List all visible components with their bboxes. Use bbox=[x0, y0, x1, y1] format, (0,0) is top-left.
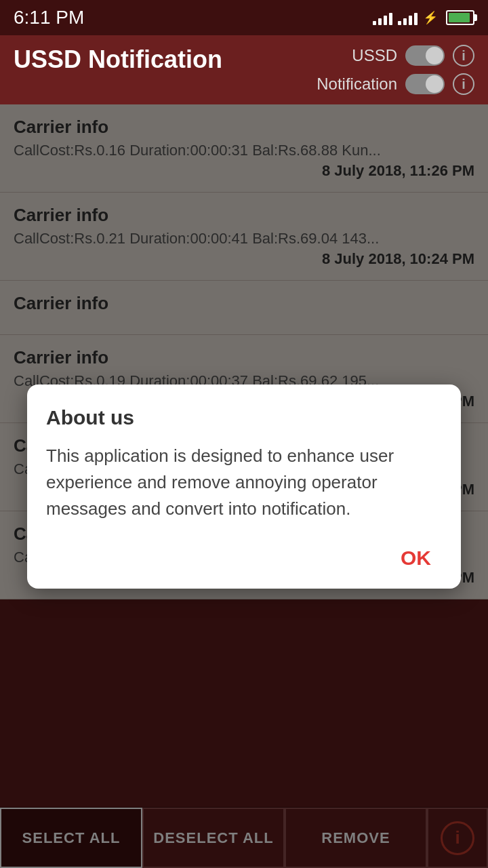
app-header: USSD Notification USSD i Notification i bbox=[0, 35, 488, 104]
charging-icon: ⚡ bbox=[423, 10, 438, 25]
notification-info-button[interactable]: i bbox=[453, 73, 474, 95]
app-title: USSD Notification bbox=[14, 45, 222, 74]
dialog-ok-button[interactable]: OK bbox=[390, 541, 442, 575]
status-time: 6:11 PM bbox=[14, 7, 84, 28]
signal-icon-1 bbox=[373, 10, 392, 25]
dialog-overlay: About us This application is designed to… bbox=[0, 104, 488, 868]
ussd-label: USSD bbox=[352, 46, 397, 65]
ussd-toggle-row: USSD i bbox=[352, 45, 474, 66]
dialog-actions: OK bbox=[46, 541, 442, 575]
status-icons: ⚡ bbox=[373, 10, 474, 25]
status-bar: 6:11 PM ⚡ bbox=[0, 0, 488, 35]
header-controls: USSD i Notification i bbox=[317, 45, 474, 95]
dialog-body: This application is designed to enhance … bbox=[46, 443, 442, 522]
about-dialog: About us This application is designed to… bbox=[27, 384, 461, 589]
ussd-info-button[interactable]: i bbox=[453, 45, 474, 66]
battery-icon bbox=[446, 10, 474, 25]
app-container: 6:11 PM ⚡ USSD Notification bbox=[0, 0, 488, 868]
dialog-title: About us bbox=[46, 406, 442, 429]
notification-label: Notification bbox=[317, 75, 397, 94]
ussd-toggle[interactable] bbox=[405, 45, 445, 66]
content-area: Carrier info CallCost:Rs.0.16 Duration:0… bbox=[0, 104, 488, 868]
signal-icon-2 bbox=[398, 10, 418, 25]
notification-toggle-row: Notification i bbox=[317, 73, 474, 95]
notification-toggle[interactable] bbox=[405, 74, 445, 94]
